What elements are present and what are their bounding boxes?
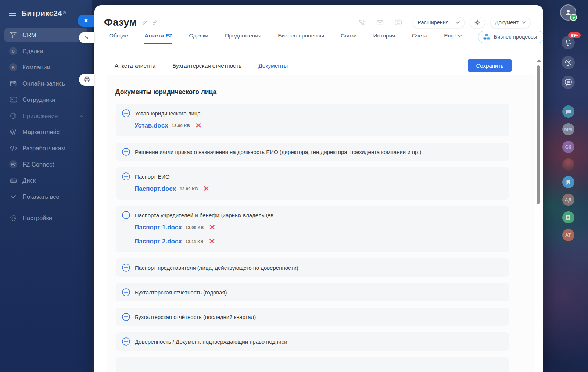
gear-icon bbox=[9, 214, 17, 222]
tab-история[interactable]: История bbox=[373, 32, 395, 44]
subtab-бухгалтерская-отч-тность[interactable]: Бухгалтерская отчётность bbox=[172, 62, 241, 75]
inner-scrollbar bbox=[535, 52, 543, 372]
tab-счета[interactable]: Счета bbox=[412, 32, 428, 44]
business-processes-button[interactable]: Бизнес-процессы bbox=[478, 31, 543, 43]
sidebar-item-сделки[interactable]: CСделки bbox=[4, 43, 87, 59]
tab-общие[interactable]: Общие bbox=[109, 32, 128, 44]
sidebar-item-разработчикам[interactable]: Разработчикам bbox=[4, 140, 87, 156]
sidebar-item-настройки[interactable]: Настройки bbox=[4, 210, 87, 226]
add-file-button[interactable] bbox=[122, 288, 130, 296]
chevron-down-icon bbox=[458, 32, 462, 39]
open-channel-icon[interactable] bbox=[394, 19, 402, 26]
sidebar-item-fz-connect[interactable]: FCFZ Connect bbox=[4, 156, 87, 172]
sidebar-item-диск[interactable]: Диск bbox=[4, 172, 87, 189]
add-file-button[interactable] bbox=[122, 109, 130, 117]
add-file-button[interactable] bbox=[122, 313, 130, 321]
tab-label: Анкета FZ bbox=[144, 32, 172, 39]
document-row: Устав юридического лицаУстав.docx13.09 K… bbox=[116, 104, 509, 136]
sidebar-item-label: CRM bbox=[22, 32, 36, 39]
close-panel-button[interactable]: ✕ bbox=[78, 15, 94, 27]
document-bot-avatar[interactable] bbox=[562, 211, 574, 223]
tab-label: Связи bbox=[341, 32, 356, 39]
add-file-button[interactable] bbox=[122, 211, 130, 219]
notifications-button[interactable]: 99+ bbox=[562, 36, 575, 49]
avatar-ad[interactable]: АД bbox=[562, 194, 574, 206]
add-file-button[interactable] bbox=[122, 337, 130, 346]
edit-title-icon[interactable] bbox=[142, 19, 148, 25]
sidebar-item-label: Диск bbox=[22, 177, 36, 184]
tabs-list: ОбщиеАнкета FZСделкиПредложенияБизнес-пр… bbox=[109, 32, 478, 44]
document-type-label: Решение и/или приказ о назначении на дол… bbox=[135, 149, 422, 155]
add-file-button[interactable] bbox=[122, 172, 130, 180]
print-button[interactable] bbox=[79, 74, 94, 86]
extensions-dropdown[interactable]: Расширения bbox=[413, 17, 464, 28]
sidebar-item-label: Показать все bbox=[22, 193, 60, 200]
avatar-ck[interactable]: СК bbox=[562, 141, 574, 153]
avatar-mm[interactable]: MM bbox=[562, 123, 574, 135]
sidebar-item-онлайн-запись[interactable]: Онлайн-запись bbox=[4, 75, 87, 92]
settings-gear-button[interactable] bbox=[470, 17, 485, 28]
file-link[interactable]: Устав.docx bbox=[135, 122, 168, 129]
add-file-button[interactable] bbox=[122, 148, 130, 156]
bitrix24-app: Битрикс24◷ CRMCСделкиKКомпанииОнлайн-зап… bbox=[0, 0, 588, 372]
dock-arrow-icon bbox=[84, 35, 90, 41]
sidebar-item-label: FZ Connect bbox=[22, 161, 54, 168]
subtab-документы[interactable]: Документы bbox=[258, 62, 288, 75]
document-row: Доверенность / Документ, подтверждающий … bbox=[116, 332, 509, 351]
chat-sync-icon bbox=[564, 79, 572, 86]
section-title: Документы юридического лица bbox=[115, 88, 535, 96]
avatar-photo[interactable] bbox=[562, 158, 574, 171]
sidebar-item-сотрудники[interactable]: Сотрудники bbox=[4, 92, 87, 108]
copilot-button[interactable] bbox=[562, 56, 575, 69]
sidebar-item-показать-все[interactable]: Показать все bbox=[4, 189, 87, 205]
sidebar-item-label: Приложения bbox=[22, 112, 58, 119]
sidebar-item-приложения[interactable]: Приложения bbox=[4, 108, 87, 124]
uploaded-file: Паспорт 2.docx13.11 KB✕ bbox=[135, 236, 503, 247]
entity-slider-panel: Фазум bbox=[94, 5, 543, 372]
tab-бизнес-процессы[interactable]: Бизнес-процессы bbox=[278, 32, 324, 44]
bell-icon bbox=[564, 39, 572, 46]
save-button[interactable]: Сохранить bbox=[468, 59, 512, 72]
tab-еще[interactable]: Еще bbox=[444, 32, 462, 44]
scrollbar-thumb[interactable] bbox=[537, 65, 540, 204]
tab-анкета-fz[interactable]: Анкета FZ bbox=[144, 32, 172, 44]
chevron-down-icon bbox=[522, 21, 526, 24]
delete-file-icon[interactable]: ✕ bbox=[209, 238, 215, 245]
saved-messages-avatar[interactable] bbox=[562, 176, 574, 188]
scroll-up-arrow-icon[interactable] bbox=[537, 59, 541, 62]
sidebar-divider bbox=[5, 24, 87, 24]
file-link[interactable]: Паспорт 2.docx bbox=[135, 238, 182, 245]
page-title: Фазум bbox=[104, 17, 137, 28]
subtab-анкета-клиента[interactable]: Анкета клиента bbox=[115, 62, 155, 75]
chat-channel-avatar[interactable] bbox=[562, 105, 574, 118]
extensions-label: Расширения bbox=[417, 19, 448, 25]
business-processes-label: Бизнес-процессы bbox=[494, 34, 537, 40]
file-link[interactable]: Паспорт 1.docx bbox=[135, 224, 182, 231]
messenger-button[interactable] bbox=[562, 76, 575, 89]
tab-связи[interactable]: Связи bbox=[341, 32, 356, 44]
tab-сделки[interactable]: Сделки bbox=[189, 32, 208, 44]
email-icon[interactable] bbox=[376, 19, 384, 26]
chat-avatars-list: MMСКАДАТ bbox=[562, 100, 574, 241]
sidebar-item-crm[interactable]: CRM bbox=[4, 28, 87, 42]
delete-file-icon[interactable]: ✕ bbox=[209, 224, 216, 231]
document-rows: Устав юридического лицаУстав.docx13.09 K… bbox=[107, 104, 535, 372]
delete-file-icon[interactable]: ✕ bbox=[203, 186, 210, 192]
document-row: Паспорт ЕИОПаспорт.docx13.09 KB✕ bbox=[116, 167, 509, 200]
tab-предложения[interactable]: Предложения bbox=[225, 32, 261, 44]
profile-avatar[interactable] bbox=[560, 4, 576, 21]
file-link[interactable]: Паспорт.docx bbox=[135, 185, 176, 193]
dock-panel-button[interactable] bbox=[79, 32, 94, 43]
delete-file-icon[interactable]: ✕ bbox=[195, 122, 202, 129]
sidebar-item-компании[interactable]: KКомпании bbox=[4, 59, 87, 75]
document-dropdown[interactable]: Документ bbox=[490, 17, 531, 28]
menu-toggle-icon[interactable] bbox=[9, 11, 16, 16]
tab-label: История bbox=[373, 32, 395, 39]
phone-icon[interactable] bbox=[358, 19, 366, 26]
sidebar-item-маркетплейс[interactable]: Маркетплейс bbox=[4, 124, 87, 140]
copy-link-icon[interactable] bbox=[151, 19, 158, 26]
sidebar: Битрикс24◷ CRMCСделкиKКомпанииОнлайн-зап… bbox=[0, 0, 92, 372]
add-file-button[interactable] bbox=[122, 264, 130, 272]
sidebar-item-label: Сотрудники bbox=[22, 96, 55, 103]
avatar-at[interactable]: АТ bbox=[562, 229, 574, 241]
